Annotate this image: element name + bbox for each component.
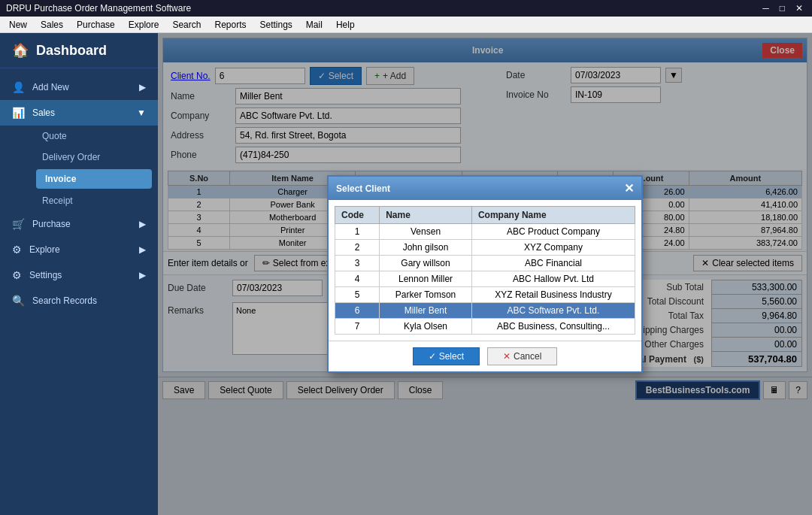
arrow-icon: ▶: [139, 219, 146, 229]
cell-client-name: John gilson: [380, 240, 472, 256]
purchase-icon: 🛒: [12, 218, 25, 230]
minimize-btn[interactable]: ─: [759, 3, 772, 14]
modal-select-btn[interactable]: ✓ Select: [413, 347, 480, 365]
sidebar-item-explore[interactable]: ⚙ Explore ▶: [0, 237, 158, 262]
cell-client-code: 1: [335, 224, 380, 240]
client-table-row[interactable]: 4 Lennon Miller ABC Hallow Pvt. Ltd: [335, 271, 635, 287]
cell-client-name: Lennon Miller: [380, 271, 472, 287]
menu-mail[interactable]: Mail: [300, 18, 329, 32]
menu-settings[interactable]: Settings: [254, 18, 298, 32]
cell-client-name: Kyla Olsen: [380, 319, 472, 335]
modal-close-btn[interactable]: ✕: [624, 181, 634, 195]
col-name: Name: [380, 207, 472, 224]
cell-client-name: Miller Bent: [380, 303, 472, 319]
maximize-btn[interactable]: □: [777, 3, 788, 14]
cell-client-company: ABC Hallow Pvt. Ltd: [471, 271, 635, 287]
cell-client-code: 2: [335, 240, 380, 256]
menu-purchase[interactable]: Purchase: [71, 18, 121, 32]
cell-client-name: Vensen: [380, 224, 472, 240]
client-table-row[interactable]: 7 Kyla Olsen ABC Business, Consulting...: [335, 319, 635, 335]
modal-title: Select Client: [336, 183, 390, 194]
arrow-icon: ▶: [139, 270, 146, 280]
sidebar-item-label: Search Records: [32, 295, 97, 306]
sidebar-item-label: Settings: [29, 270, 62, 280]
cell-client-company: XYZ Retail Business Industry: [471, 287, 635, 303]
cell-client-company: ABC Software Pvt. Ltd.: [471, 303, 635, 319]
close-window-btn[interactable]: ✕: [792, 3, 806, 14]
title-bar: DRPU Purchase Order Management Software …: [0, 0, 812, 17]
modal-body: Code Name Company Name 1 Vensen ABC Prod…: [329, 200, 641, 341]
menu-help[interactable]: Help: [330, 18, 361, 32]
sidebar-sub-invoice[interactable]: Invoice: [36, 169, 152, 189]
cell-client-code: 3: [335, 256, 380, 271]
sidebar-section: 👤 Add New ▶ 📊 Sales ▼ Quote Delivery Ord…: [0, 68, 158, 320]
content-area: Invoice Close Client No. ✓ Select: [158, 33, 812, 515]
cell-client-company: ABC Product Company: [471, 224, 635, 240]
client-table: Code Name Company Name 1 Vensen ABC Prod…: [335, 206, 635, 335]
modal-header: Select Client ✕: [329, 177, 641, 200]
check-icon: ✓: [429, 351, 436, 362]
dashboard-title: Dashboard: [36, 43, 107, 59]
cell-client-company: ABC Financial: [471, 256, 635, 271]
explore-icon: ⚙: [12, 244, 22, 256]
col-company: Company Name: [471, 207, 635, 224]
cell-client-company: XYZ Company: [471, 240, 635, 256]
client-table-header: Code Name Company Name: [335, 207, 635, 224]
add-new-icon: 👤: [12, 81, 25, 93]
client-table-row[interactable]: 6 Miller Bent ABC Software Pvt. Ltd.: [335, 303, 635, 319]
x-icon: ✕: [503, 351, 511, 362]
menu-sales[interactable]: Sales: [35, 18, 69, 32]
client-table-row[interactable]: 1 Vensen ABC Product Company: [335, 224, 635, 240]
sidebar-item-label: Explore: [29, 244, 60, 255]
modal-overlay: Select Client ✕ Code Name Company Name: [158, 33, 812, 515]
cell-client-code: 5: [335, 287, 380, 303]
menu-bar: New Sales Purchase Explore Search Report…: [0, 17, 812, 33]
menu-explore[interactable]: Explore: [123, 18, 165, 32]
menu-reports[interactable]: Reports: [208, 18, 252, 32]
client-table-row[interactable]: 3 Gary willson ABC Financial: [335, 256, 635, 271]
cell-client-code: 7: [335, 319, 380, 335]
arrow-icon: ▶: [139, 82, 146, 92]
cell-client-company: ABC Business, Consulting...: [471, 319, 635, 335]
sales-icon: 📊: [12, 107, 25, 119]
sidebar-item-settings[interactable]: ⚙ Settings ▶: [0, 262, 158, 288]
sidebar-sub-receipt[interactable]: Receipt: [30, 190, 158, 211]
sidebar-header[interactable]: 🏠 Dashboard: [0, 33, 158, 68]
client-table-row[interactable]: 5 Parker Tomson XYZ Retail Business Indu…: [335, 287, 635, 303]
cell-client-code: 6: [335, 303, 380, 319]
cell-client-code: 4: [335, 271, 380, 287]
sidebar-item-label: Sales: [32, 108, 55, 118]
sidebar-item-label: Add New: [32, 82, 69, 92]
sidebar-sub-delivery[interactable]: Delivery Order: [30, 147, 158, 168]
select-client-modal: Select Client ✕ Code Name Company Name: [327, 175, 643, 373]
client-table-row[interactable]: 2 John gilson XYZ Company: [335, 240, 635, 256]
cell-client-name: Gary willson: [380, 256, 472, 271]
main-layout: 🏠 Dashboard 👤 Add New ▶ 📊 Sales ▼ Quote …: [0, 33, 812, 515]
modal-footer: ✓ Select ✕ Cancel: [329, 341, 641, 371]
col-code: Code: [335, 207, 380, 224]
sidebar-item-search[interactable]: 🔍 Search Records: [0, 288, 158, 314]
arrow-icon: ▼: [137, 108, 146, 118]
cell-client-name: Parker Tomson: [380, 287, 472, 303]
arrow-icon: ▶: [139, 244, 146, 255]
sidebar-item-purchase[interactable]: 🛒 Purchase ▶: [0, 211, 158, 237]
sidebar: 🏠 Dashboard 👤 Add New ▶ 📊 Sales ▼ Quote …: [0, 33, 158, 515]
menu-new[interactable]: New: [3, 18, 33, 32]
sidebar-sub-quote[interactable]: Quote: [30, 126, 158, 147]
menu-search[interactable]: Search: [166, 18, 207, 32]
search-records-icon: 🔍: [12, 295, 25, 307]
settings-icon: ⚙: [12, 269, 22, 281]
sidebar-sub-sales: Quote Delivery Order Invoice Receipt: [0, 126, 158, 211]
sidebar-item-sales[interactable]: 📊 Sales ▼: [0, 100, 158, 126]
sidebar-item-label: Purchase: [32, 219, 71, 229]
window-controls: ─ □ ✕: [759, 3, 806, 14]
app-title: DRPU Purchase Order Management Software: [6, 3, 191, 14]
dashboard-icon: 🏠: [12, 42, 29, 59]
modal-cancel-btn[interactable]: ✕ Cancel: [487, 347, 557, 365]
sidebar-item-add-new[interactable]: 👤 Add New ▶: [0, 74, 158, 100]
